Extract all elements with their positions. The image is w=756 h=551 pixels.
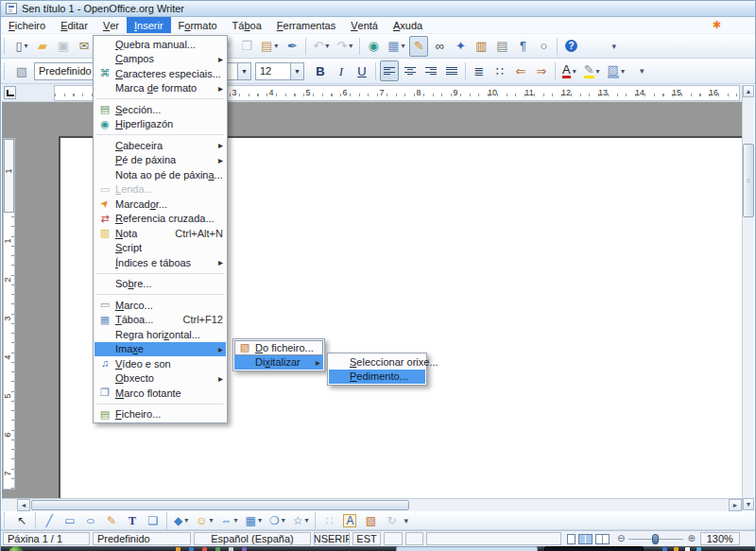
quick-launch-icon[interactable] — [215, 547, 220, 551]
help-button[interactable]: ? — [561, 36, 580, 57]
zoom-level-cell[interactable]: 130% — [700, 532, 740, 545]
dropdown-arrow-icon[interactable]: ▾ — [282, 516, 285, 525]
scroll-left-button[interactable]: ◄ — [17, 499, 30, 511]
edit-points-button[interactable]: ∷ — [319, 512, 338, 529]
fontwork-gallery-button[interactable]: A — [340, 512, 359, 529]
bullet-list-button[interactable]: ∷ — [490, 60, 509, 81]
insert-menu-item-pe-de-paxina[interactable]: Pé de páxina▸ — [94, 153, 226, 168]
tray-icon[interactable] — [685, 547, 690, 551]
menubar-item-editar[interactable]: Editar — [53, 17, 95, 33]
underline-button[interactable]: U — [352, 60, 371, 81]
titlebar[interactable]: Sen título 1 - OpenOffice.org Writer — [1, 1, 755, 17]
decrease-indent-button[interactable]: ⇐ — [511, 60, 530, 81]
digital-signature-cell[interactable] — [405, 532, 423, 545]
redo-button[interactable]: ↷▾ — [334, 36, 355, 57]
insert-menu-item-regra-horizontal[interactable]: Regra horizontal... — [94, 327, 226, 342]
new-document-button[interactable]: ▯▾ — [12, 36, 31, 57]
menubar-item-ficheiro[interactable]: Ficheiro — [1, 17, 53, 33]
background-color-button[interactable]: ▧▾ — [605, 60, 627, 81]
email-document-button[interactable]: ✉ — [75, 36, 94, 57]
flowchart-button[interactable]: ▦▾ — [243, 512, 265, 529]
save-button[interactable]: ▣ — [54, 36, 73, 57]
insert-menu-item-caracteres-especiais[interactable]: ⌘Caracteres especiais... — [94, 66, 226, 81]
horizontal-scrollbar-thumb[interactable] — [31, 500, 409, 510]
insert-menu-item-script[interactable]: Script — [94, 241, 226, 256]
dropdown-arrow-icon[interactable]: ▾ — [401, 42, 404, 50]
bold-button[interactable]: B — [311, 60, 330, 81]
stars-button[interactable]: ☆▾ — [290, 512, 312, 529]
dropdown-arrow-icon[interactable]: ▾ — [184, 516, 188, 525]
paste-button[interactable]: ▤▾ — [258, 36, 281, 57]
horizontal-scrollbar[interactable]: ◄ ► — [2, 498, 742, 511]
insert-menu-item-sobre[interactable]: Sobre... — [94, 277, 226, 292]
toolbar-grip[interactable] — [4, 512, 9, 528]
zoom-slider-thumb[interactable] — [652, 534, 659, 544]
zoom-out-icon[interactable]: ⊖ — [617, 534, 625, 543]
navigator-button[interactable]: ✦ — [451, 36, 470, 57]
find-replace-button[interactable]: ∞ — [430, 36, 449, 57]
nonprinting-characters-button[interactable]: ¶ — [513, 36, 532, 57]
dropdown-arrow-icon[interactable]: ▾ — [573, 67, 576, 76]
menubar-item-formato[interactable]: Formato — [171, 17, 225, 33]
toolbar-overflow-button[interactable]: ▾ — [404, 516, 408, 525]
select-button[interactable]: ↖ — [12, 512, 31, 529]
align-center-button[interactable] — [401, 60, 420, 81]
tab-stop-selector[interactable] — [4, 86, 16, 99]
vertical-scrollbar-thumb[interactable]: ≡ — [743, 144, 754, 217]
insert-mode-cell[interactable]: INSERIR — [314, 532, 350, 545]
taskbar-window-button[interactable] — [544, 546, 644, 551]
font-size-combo[interactable]: 12▼ — [255, 62, 304, 80]
dropdown-arrow-icon[interactable]: ▾ — [325, 42, 329, 50]
insert-menu-item-taboa[interactable]: ▦Táboa...Ctrl+F12 — [94, 313, 226, 328]
align-justify-button[interactable] — [442, 60, 461, 81]
gallery-button[interactable]: ▥ — [472, 36, 490, 57]
data-sources-button[interactable]: ▤ — [492, 36, 511, 57]
insert-menu-item-referencia-cruzada[interactable]: ⇄Referencia cruzada... — [94, 212, 226, 227]
imaxe-submenu-item-do-ficheiro[interactable]: ▧Do ficheiro... — [234, 340, 323, 355]
toolbar-grip[interactable] — [4, 38, 9, 54]
menubar-item-axuda[interactable]: Axuda — [386, 17, 430, 33]
ellipse-button[interactable]: ○ — [81, 512, 100, 529]
line-button[interactable]: ╱ — [40, 512, 59, 529]
section-info-cell[interactable] — [426, 532, 561, 545]
rectangle-button[interactable]: ▭ — [60, 512, 79, 529]
numbered-list-button[interactable]: ≣ — [470, 60, 489, 81]
freeform-line-button[interactable]: ✎ — [102, 512, 121, 529]
single-page-view-icon[interactable] — [567, 534, 576, 544]
quick-launch-icon[interactable] — [189, 547, 194, 551]
tray-icon[interactable] — [674, 547, 679, 551]
callout-button[interactable]: ❏ — [144, 512, 163, 529]
imaxe-submenu-item-dixitalizar[interactable]: Dixitalizar▸ — [234, 355, 323, 370]
text-button[interactable]: T — [123, 512, 142, 529]
insert-menu-item-video-e-son[interactable]: ♫Vídeo e son — [94, 356, 226, 371]
undo-button[interactable]: ↶▾ — [310, 36, 332, 57]
selection-mode-cell[interactable]: EST — [352, 532, 381, 545]
menubar-item-venta[interactable]: Ventá — [343, 17, 386, 33]
callouts-button[interactable]: ❍▾ — [266, 512, 288, 529]
dropdown-arrow-icon[interactable]: ▾ — [596, 67, 600, 76]
insert-menu-item-lenda[interactable]: ▭Lenda... — [94, 182, 226, 198]
scroll-down-button[interactable]: ▼ — [743, 498, 754, 510]
zoom-button[interactable]: ○ — [534, 36, 553, 57]
insert-menu-item-cabeceira[interactable]: Cabeceira▸ — [94, 138, 226, 153]
from-file-button[interactable]: ▧ — [361, 512, 380, 529]
multi-page-view-icon[interactable] — [578, 534, 593, 544]
tray-icon[interactable] — [696, 547, 701, 551]
insert-menu-item-obxecto[interactable]: Obxecto▸ — [94, 371, 226, 387]
language-cell[interactable]: Español (España) — [194, 532, 311, 545]
font-color-button[interactable]: A▾ — [559, 60, 579, 81]
insert-menu-item-nota-ao-pe-de-paxina[interactable]: Nota ao pé de páxina... — [94, 167, 226, 182]
insert-menu-item-marca-de-formato[interactable]: Marca de formato▸ — [94, 81, 226, 96]
table-button[interactable]: ▦▾ — [385, 36, 407, 57]
dixitalizar-submenu-item-pedimento[interactable]: Pedimento... — [329, 370, 425, 385]
toolbar-grip[interactable] — [4, 63, 9, 79]
book-view-icon[interactable] — [595, 534, 610, 544]
align-right-button[interactable] — [421, 60, 440, 81]
quick-launch-icon[interactable] — [202, 547, 207, 551]
insert-menu-item-campos[interactable]: Campos▸ — [94, 52, 226, 67]
zoom-in-icon[interactable]: ⊕ — [687, 534, 695, 543]
insert-menu-item-indices-e-taboas[interactable]: Índices e táboas▸ — [94, 255, 226, 270]
dropdown-arrow-icon[interactable]: ▼ — [290, 63, 303, 79]
highlighting-button[interactable]: ✎▾ — [581, 60, 603, 81]
quick-launch-icon[interactable] — [176, 547, 180, 551]
